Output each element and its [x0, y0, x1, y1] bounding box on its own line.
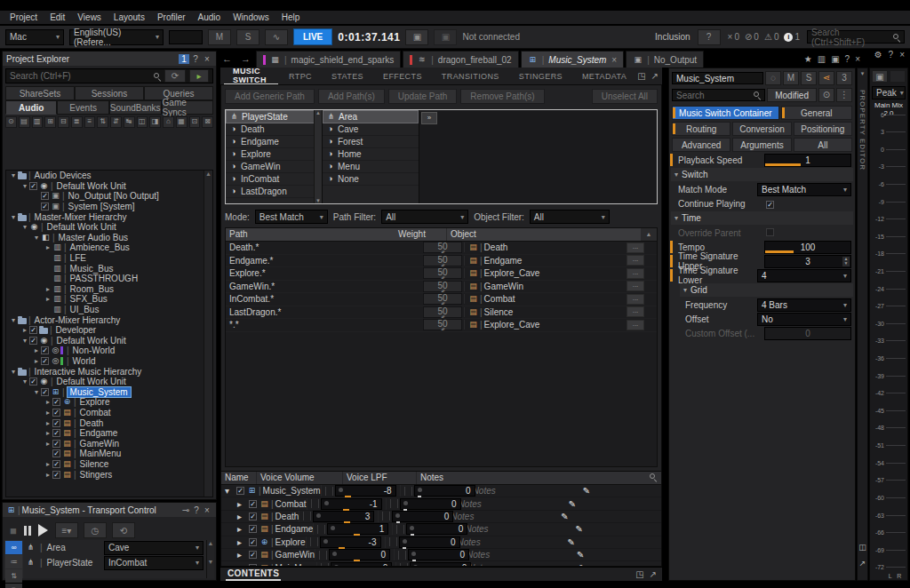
assign-path-button[interactable]: »: [421, 112, 437, 124]
favorite-icon[interactable]: ★: [804, 54, 812, 64]
state-item-lastdragon[interactable]: ◑LastDragon: [226, 186, 322, 198]
tree-item-ui-bus[interactable]: ▥|UI_Bus: [6, 305, 212, 315]
menu-views[interactable]: Views: [71, 12, 108, 22]
weight-input[interactable]: 50: [423, 267, 462, 279]
include-checkbox[interactable]: ✓: [249, 551, 257, 559]
collapsed-icon[interactable]: ▸: [237, 524, 246, 534]
expanded-icon[interactable]: ▾: [20, 337, 29, 345]
help-icon[interactable]: ?: [889, 50, 894, 60]
collapsed-icon[interactable]: ▸: [44, 429, 52, 437]
weight-input[interactable]: 50: [423, 281, 462, 292]
tab-states[interactable]: STATES: [323, 68, 372, 84]
contents-row-death[interactable]: ▸✓▤|Death30Notes✎: [221, 511, 661, 523]
tree-item-audio-devices[interactable]: ▾|Audio Devices: [6, 171, 212, 181]
clock-icon[interactable]: ◷: [84, 522, 107, 538]
expanded-icon[interactable]: ▾: [9, 171, 18, 179]
browse-button[interactable]: ...: [627, 320, 644, 330]
tree-item-sfx-bus[interactable]: ▸▥|SFX_Bus: [6, 294, 212, 305]
property-tab-all[interactable]: All: [794, 138, 852, 152]
tree-item-default-work-unit[interactable]: ▾✓◉|Default Work Unit: [6, 336, 212, 346]
tree-item-actor-mixer-hierarchy[interactable]: ▾|Actor-Mixer Hierarchy: [6, 314, 212, 325]
collapsed-icon[interactable]: ▸: [237, 537, 246, 547]
menu-audio[interactable]: Audio: [192, 12, 228, 22]
meter-settings-icon[interactable]: ▣: [872, 70, 888, 83]
waveform-icon[interactable]: ∿: [265, 29, 288, 45]
syncs-view-icon[interactable]: ∞: [5, 541, 22, 554]
menu-icon[interactable]: ≡: [84, 116, 96, 128]
expanded-icon[interactable]: ▾: [225, 486, 234, 496]
property-tab-routing[interactable]: Routing: [672, 122, 730, 136]
include-checkbox[interactable]: ✓: [236, 487, 244, 495]
global-search-input[interactable]: Search (Ctrl+Shift+F): [807, 30, 905, 44]
path-row[interactable]: Death.*50▤|Death...: [226, 242, 657, 255]
collapsed-icon[interactable]: ▸: [237, 550, 246, 560]
tree-item-no-output-no-output-[interactable]: ✓▣|No_Output [No Output]: [6, 191, 212, 202]
include-checkbox[interactable]: ✓: [249, 538, 257, 546]
tab-transitions[interactable]: TRANSITIONS: [433, 68, 508, 84]
property-tab-music-switch-container[interactable]: Music Switch Container: [672, 106, 779, 120]
eye-icon[interactable]: ⊙: [818, 88, 834, 102]
swap-icon[interactable]: ↹: [124, 116, 135, 128]
include-checkbox[interactable]: ✓: [29, 377, 37, 385]
refresh-icon[interactable]: ⟳: [164, 69, 186, 83]
path-row[interactable]: InCombat.*50▤|Combat...: [226, 293, 657, 306]
forward-icon[interactable]: →: [237, 53, 254, 64]
tree-item-system-system-[interactable]: ✓▣|System [System]: [6, 202, 212, 212]
column-header-path[interactable]: Path: [226, 228, 395, 241]
status-count-excluded-icon[interactable]: ⊘0: [745, 32, 759, 42]
voice-volume-widget[interactable]: -8: [325, 485, 396, 497]
undock-icon[interactable]: ↗: [650, 569, 657, 579]
target-icon[interactable]: ⊡: [189, 116, 201, 128]
live-button[interactable]: LIVE: [293, 28, 332, 45]
browse-button[interactable]: ...: [627, 255, 644, 266]
state-item-home[interactable]: ◑Home: [323, 148, 419, 161]
transport-scrollbar[interactable]: ▲▼: [206, 540, 214, 578]
expanded-icon[interactable]: ▾: [9, 316, 18, 324]
menu-windows[interactable]: Windows: [227, 12, 275, 22]
voice-lpf-widget[interactable]: 0: [396, 523, 467, 535]
state-group-header[interactable]: ⋔PlayerState: [226, 110, 322, 123]
more-menu-icon[interactable]: ⋮: [836, 88, 852, 102]
contents-row-endgame[interactable]: ▸✓▤|Endgame10Notes✎: [221, 523, 661, 536]
match-mode-select[interactable]: Best Match▾: [757, 183, 851, 196]
property-tab-advanced[interactable]: Advanced: [672, 138, 730, 152]
collapse-all-icon[interactable]: ⊟: [58, 116, 69, 128]
close-icon[interactable]: ×: [899, 50, 905, 60]
folder-icon[interactable]: ▤: [19, 116, 30, 128]
state-item-forest[interactable]: ◑Forest: [323, 136, 419, 148]
grid-icon[interactable]: ▦: [176, 116, 188, 128]
include-checkbox[interactable]: ✓: [52, 471, 60, 479]
tree-scrollbar[interactable]: ▲: [204, 171, 212, 497]
include-checkbox[interactable]: ✓: [41, 346, 49, 354]
inclusion-help-button[interactable]: ?: [698, 29, 721, 45]
collapsed-icon[interactable]: ▸: [20, 326, 29, 334]
menu-profiler[interactable]: Profiler: [151, 12, 192, 22]
path-row[interactable]: Endgame.*50▤|Endgame...: [226, 255, 657, 268]
explorer-tab-events[interactable]: Events: [57, 100, 108, 115]
object-name-field[interactable]: Music_System: [672, 72, 763, 84]
collapsed-icon[interactable]: ▸: [32, 357, 41, 365]
override-parent-checkbox[interactable]: [766, 228, 774, 236]
tree-item-default-work-unit[interactable]: ▾✓◉|Default Work Unit: [6, 181, 212, 192]
column-header-weight[interactable]: Weight: [395, 228, 446, 241]
include-checkbox[interactable]: ✓: [249, 500, 257, 508]
doc-tab-dragon_fireball_02[interactable]: ≋|dragon_fireball_02: [403, 51, 518, 68]
weight-input[interactable]: 50: [423, 242, 462, 253]
tree-item-ambience-bus[interactable]: ▸▥|Ambience_Bus: [6, 242, 212, 253]
help-icon[interactable]: ?: [191, 505, 202, 515]
voice-volume-widget[interactable]: -1: [311, 498, 382, 510]
time-section-header[interactable]: ▾Time: [671, 211, 853, 225]
tree-item-interactive-music-hierarchy[interactable]: ▾|Interactive Music Hierarchy: [6, 366, 212, 377]
voice-lpf-widget[interactable]: 0: [398, 549, 469, 560]
edit-notes-icon[interactable]: ✎: [569, 499, 576, 509]
tree-item-endgame[interactable]: ▸✓▤|Endgame: [6, 428, 212, 439]
column-header-notes[interactable]: Notes: [416, 472, 539, 484]
reset-icon[interactable]: ⟲: [112, 522, 135, 538]
status-counts[interactable]: ×0⊘0⚠0i1: [728, 32, 800, 42]
expanded-icon[interactable]: ▾: [32, 388, 41, 396]
tab-effects[interactable]: EFFECTS: [374, 68, 431, 84]
property-search-input[interactable]: Search: [672, 89, 765, 101]
tree-item-music-system[interactable]: ▾✓⊞|Music_System: [6, 386, 212, 397]
state-item-none[interactable]: ◑None: [323, 173, 419, 186]
home-icon[interactable]: ⌂: [163, 116, 174, 128]
